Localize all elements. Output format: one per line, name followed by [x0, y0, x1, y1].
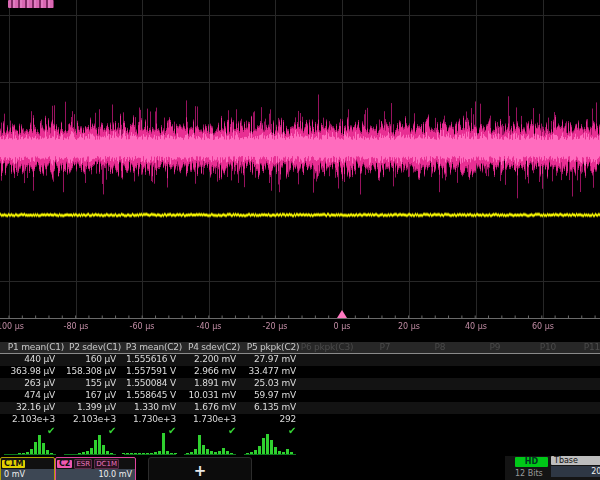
waveform-grid[interactable]	[0, 0, 600, 340]
histicon-p4[interactable]	[182, 433, 238, 457]
param-header-8[interactable]: P8	[435, 342, 446, 352]
measure-table-header: P1 mean(C1)P2 sdev(C1)P3 mean(C2)P4 sdev…	[0, 342, 600, 354]
param-header-11[interactable]: P11	[584, 342, 600, 352]
top-left-annotation-badge	[8, 0, 54, 8]
measure-value: 2.200 mV	[194, 354, 236, 364]
time-axis-label-1: -80 µs	[64, 322, 89, 331]
c2-chip: C2	[57, 460, 72, 468]
measure-stat-row-2: 263 µV155 µV1.550084 V1.891 mV25.03 mV	[0, 378, 600, 390]
time-axis-label-6: 20 µs	[398, 322, 420, 331]
time-axis-label-2: -60 µs	[130, 322, 155, 331]
measurement-table: P1 mean(C1)P2 sdev(C1)P3 mean(C2)P4 sdev…	[0, 342, 600, 435]
measure-value: 167 µV	[85, 390, 116, 400]
measure-value: 1.399 µV	[77, 402, 116, 412]
measure-value: 10.031 mV	[189, 390, 236, 400]
param-header-7[interactable]: P7	[380, 342, 391, 352]
measure-stat-row-4: 32.16 µV1.399 µV1.330 mV1.676 mV6.135 mV	[0, 402, 600, 414]
hd-bits-label: 12 Bits	[515, 469, 543, 478]
measure-stat-row-5: 2.103e+32.103e+31.730e+31.730e+3292	[0, 414, 600, 426]
param-header-10[interactable]: P10	[540, 342, 556, 352]
measure-value: 1.730e+3	[193, 414, 236, 424]
c1-chip: C1M	[2, 460, 25, 468]
measure-value: 1.330 mV	[134, 402, 176, 412]
c1-volts-per-div: 0 mV	[1, 469, 54, 480]
measure-stat-row-0: 440 µV160 µV1.555616 V2.200 mV27.97 mV	[0, 354, 600, 366]
measure-stat-row-1: 363.98 µV158.308 µV1.557591 V2.966 mV33.…	[0, 366, 600, 378]
timebase-descriptor[interactable]: Tbase 20.0	[551, 456, 600, 480]
plus-icon: +	[194, 462, 207, 480]
measure-value: 440 µV	[24, 354, 55, 364]
param-header-6[interactable]: P6 pkpk(C3)	[301, 342, 354, 352]
trigger-position-marker[interactable]	[337, 310, 347, 318]
measure-value: 1.676 mV	[194, 402, 236, 412]
timebase-value: 20.0	[551, 466, 600, 477]
oscilloscope-screen: -100 µs-80 µs-60 µs-40 µs-20 µs0 µs20 µs…	[0, 0, 600, 480]
measure-value: 1.558645 V	[126, 390, 176, 400]
measure-value: 2.966 mV	[194, 366, 236, 376]
param-header-4[interactable]: P4 sdev(C2)	[188, 342, 240, 352]
measure-value: 292	[279, 414, 296, 424]
param-header-9[interactable]: P9	[490, 342, 501, 352]
measure-value: 1.557591 V	[126, 366, 176, 376]
measure-value: 2.103e+3	[73, 414, 116, 424]
hd-mode-chip[interactable]: HD	[515, 457, 548, 467]
param-header-2[interactable]: P2 sdev(C1)	[69, 342, 121, 352]
c2-esr-badge: ESR	[74, 459, 92, 469]
bottom-descriptor-bar: C1M 0 mV C2 ESR DC1M 10.0 mV + HD 12 Bit…	[0, 456, 600, 480]
histicon-p5[interactable]	[242, 433, 298, 457]
c2-volts-per-div: 10.0 mV	[56, 469, 135, 480]
c2-coupling-badge: DC1M	[94, 459, 119, 469]
measure-value: 160 µV	[85, 354, 116, 364]
measure-value: 6.135 mV	[254, 402, 296, 412]
histicon-p2[interactable]	[62, 433, 118, 457]
time-axis-label-7: 40 µs	[465, 322, 487, 331]
acquisition-panel: HD 12 Bits Tbase 20.0	[505, 456, 600, 480]
measure-value: 59.97 mV	[254, 390, 296, 400]
measure-value: 363.98 µV	[11, 366, 55, 376]
channel-c2-descriptor[interactable]: C2 ESR DC1M 10.0 mV	[55, 457, 136, 480]
measure-value: 1.550084 V	[126, 378, 176, 388]
measure-value: 158.308 µV	[66, 366, 116, 376]
time-axis-label-0: -100 µs	[0, 322, 24, 331]
measure-value: 1.730e+3	[133, 414, 176, 424]
measure-stat-row-3: 474 µV167 µV1.558645 V10.031 mV59.97 mV	[0, 390, 600, 402]
param-header-5[interactable]: P5 pkpk(C2)	[247, 342, 300, 352]
histicon-p3[interactable]	[122, 433, 178, 457]
channel-c1-descriptor[interactable]: C1M 0 mV	[0, 457, 55, 480]
measure-value: 474 µV	[24, 390, 55, 400]
time-axis-label-8: 60 µs	[532, 322, 554, 331]
histicon-p1[interactable]	[2, 433, 58, 457]
add-trace-button[interactable]: +	[148, 457, 252, 480]
measure-value: 2.103e+3	[12, 414, 55, 424]
measure-value: 1.891 mV	[194, 378, 236, 388]
time-axis-label-5: 0 µs	[334, 322, 351, 331]
param-header-3[interactable]: P3 mean(C2)	[126, 342, 182, 352]
measure-value: 155 µV	[85, 378, 116, 388]
measure-value: 25.03 mV	[254, 378, 296, 388]
measure-value: 27.97 mV	[254, 354, 296, 364]
measure-value: 263 µV	[24, 378, 55, 388]
param-header-1[interactable]: P1 mean(C1)	[8, 342, 64, 352]
measure-value: 33.477 mV	[249, 366, 296, 376]
measure-value: 32.16 µV	[16, 402, 55, 412]
timebase-chip: Tbase	[551, 456, 600, 465]
time-axis-label-4: -20 µs	[263, 322, 288, 331]
measure-value: 1.555616 V	[126, 354, 176, 364]
time-axis-label-3: -40 µs	[197, 322, 222, 331]
